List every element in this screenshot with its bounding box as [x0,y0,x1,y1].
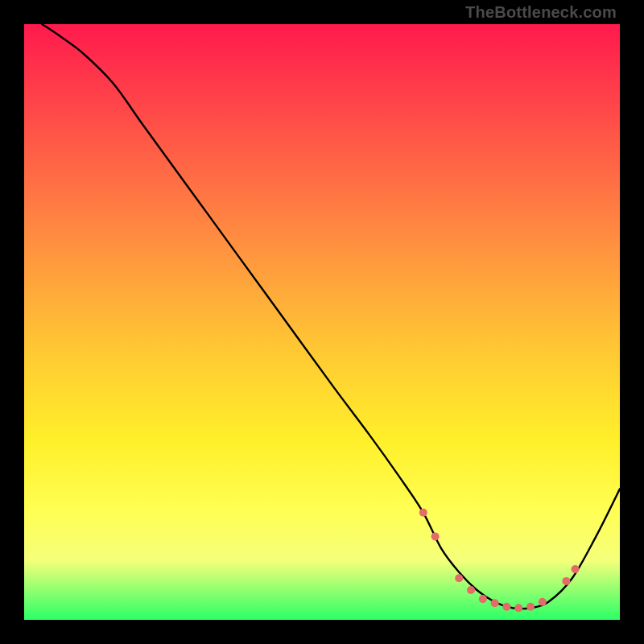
attribution-text: TheBottleneck.com [465,3,617,22]
curve-marker [562,577,570,585]
curve-marker [502,603,510,611]
curve-marker [455,574,463,582]
chart-area [24,24,620,620]
curve-marker [539,598,547,606]
curve-marker [419,509,427,517]
curve-marker [467,586,475,594]
curve-marker [431,532,440,540]
curve-marker [491,599,499,607]
bottleneck-curve [42,24,620,609]
curve-marker [572,565,580,573]
curve-marker [526,603,535,611]
plot-svg [24,24,620,620]
curve-marker [479,595,487,603]
curve-marker [514,604,522,612]
